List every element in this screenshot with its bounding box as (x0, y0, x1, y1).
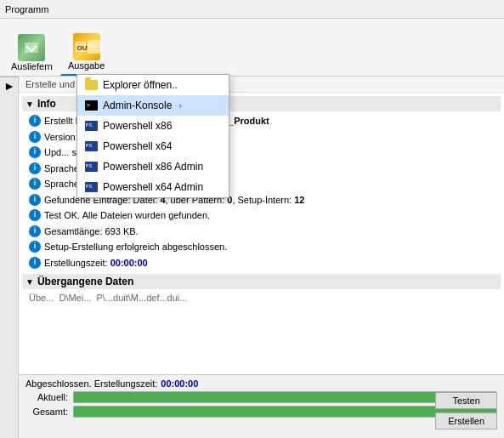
ausgabe-icon: OUT (73, 33, 100, 60)
aktuell-progress-row: Aktuell: (25, 391, 497, 403)
menu-item-ps-x86[interactable]: Powershell x86 (77, 116, 229, 136)
section-header-uebergangene[interactable]: ▼ Übergangene Daten (22, 274, 501, 289)
aktuell-progress-bar (73, 391, 497, 403)
menu-item-ps-x64-label: Powershell x64 (103, 140, 172, 152)
ausliefern-label: Ausliefern (11, 61, 53, 71)
toolbar: Ausliefern OUT Ausgabe Explorer öffnen..… (0, 19, 504, 77)
footer: Abgeschlossen. Erstellungszeit: 00:00:00… (19, 374, 504, 438)
log-text-10: Erstellungszeit: 00:00:00 (44, 256, 497, 270)
log-entry-7: i Test OK. Alle Dateien wurden gefunden. (22, 208, 501, 224)
menu-item-admin-console[interactable]: Admin-Konsole › (77, 95, 229, 116)
ausgabe-button[interactable]: OUT Ausgabe (60, 26, 112, 76)
footer-status: Abgeschlossen. Erstellungszeit: 00:00:00 (25, 378, 497, 389)
collapse-info-icon[interactable]: ▼ (25, 100, 34, 109)
footer-buttons: Testen Erstellen (435, 392, 497, 429)
section-info-title: Info (37, 98, 56, 110)
info-icon-8: i (29, 225, 41, 237)
sidebar: ◄ (0, 77, 19, 438)
aktuell-label: Aktuell: (25, 392, 68, 402)
info-icon-7: i (29, 209, 41, 221)
log-entry-9: i Setup-Erstellung erfolgreich abgeschlo… (22, 239, 501, 255)
info-icon-6: i (29, 194, 41, 206)
section-uebergangene-title: Übergangene Daten (37, 276, 133, 287)
powershell-x64-admin-icon (84, 180, 98, 194)
menu-item-ps-x64[interactable]: Powershell x64 (77, 136, 229, 156)
log-text-7: Test OK. Alle Dateien wurden gefunden. (44, 208, 497, 223)
erstellen-button[interactable]: Erstellen (435, 412, 497, 429)
powershell-x86-icon (84, 119, 98, 133)
aktuell-progress-fill (74, 392, 496, 402)
info-icon-5: i (29, 178, 41, 190)
log-entry-10: i Erstellungszeit: 00:00:00 (22, 255, 501, 271)
main-area: ◄ Erstelle und testet ggf. auf Designfeh… (0, 77, 504, 438)
menu-item-admin-console-label: Admin-Konsole (103, 100, 172, 111)
menu-item-ps-x64-admin[interactable]: Powershell x64 Admin (77, 177, 229, 197)
sidebar-tab-pin[interactable]: ◄ (0, 77, 18, 98)
info-icon-1: i (29, 115, 41, 127)
gesamt-progress-row: Gesamt: (25, 406, 497, 418)
context-menu: Explorer öffnen.. Admin-Konsole › Powers… (76, 74, 229, 198)
menu-item-ps-x86-label: Powershell x86 (103, 120, 172, 132)
info-icon-3: i (29, 146, 41, 158)
title-bar-text: Programm (5, 4, 48, 14)
folder-icon (84, 78, 98, 92)
svg-text:OUT: OUT (76, 44, 88, 52)
title-bar: Programm (0, 0, 504, 19)
ausgabe-label: Ausgabe (68, 60, 105, 71)
info-icon-2: i (29, 131, 41, 143)
menu-item-explorer[interactable]: Explorer öffnen.. (77, 75, 229, 95)
footer-status-text: Abgeschlossen. Erstellungszeit: (25, 378, 157, 389)
collapse-uebergangene-icon[interactable]: ▼ (25, 277, 34, 287)
gesamt-progress-fill (74, 407, 496, 417)
info-icon-9: i (29, 241, 41, 253)
ausliefern-icon (18, 34, 45, 61)
powershell-x86-admin-icon (84, 160, 98, 173)
console-icon (84, 99, 98, 112)
gesamt-label: Gesamt: (25, 407, 68, 417)
ausliefern-button[interactable]: Ausliefern (3, 26, 60, 76)
footer-time: 00:00:00 (161, 378, 198, 389)
info-icon-10: i (29, 257, 41, 269)
gesamt-progress-bar (73, 406, 497, 418)
log-text-8: Gesamtlänge: 693 KB. (44, 225, 497, 239)
log-entry-8: i Gesamtlänge: 693 KB. (22, 224, 501, 240)
menu-item-ps-x64-admin-label: Powershell x64 Admin (103, 181, 203, 193)
testen-button[interactable]: Testen (435, 392, 497, 409)
powershell-x64-icon (84, 139, 98, 153)
uebergangene-preview: Übe... D\Mei... P\...duit\M...def...dui.… (22, 291, 501, 304)
info-icon-4: i (29, 162, 41, 174)
log-text-9: Setup-Erstellung erfolgreich abgeschloss… (44, 240, 497, 254)
menu-item-ps-x86-admin-label: Powershell x86 Admin (103, 161, 203, 173)
menu-item-explorer-label: Explorer öffnen.. (103, 79, 178, 91)
menu-item-ps-x86-admin[interactable]: Powershell x86 Admin (77, 156, 229, 177)
